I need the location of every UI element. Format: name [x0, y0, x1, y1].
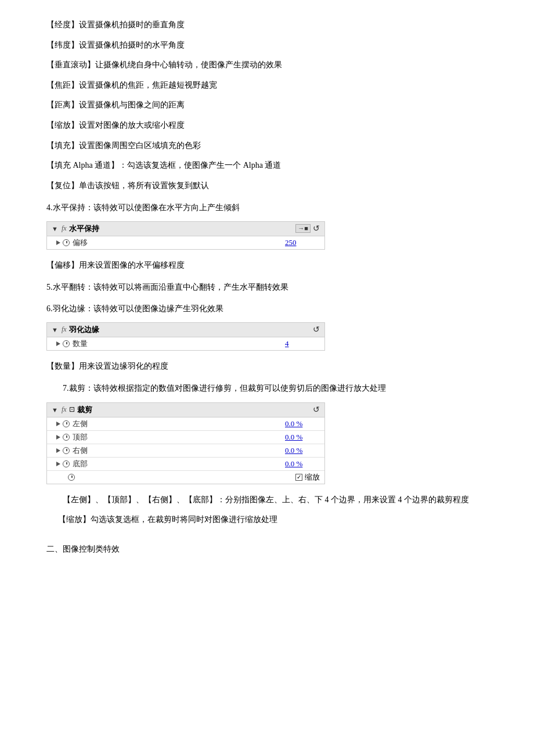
checkbox-scale-container[interactable]: ✓ 缩放 — [295, 472, 320, 483]
panel-title-feather: 羽化边缘 — [69, 325, 311, 335]
bullet-distance: 【距离】设置摄像机与图像之间的距离 — [46, 98, 488, 113]
section7-desc1: 【左侧】、【顶部】、【右侧】、【底部】：分别指图像左、上、右、下 4 个边界，用… — [46, 492, 488, 508]
row-value-left[interactable]: 0.0 % — [285, 419, 320, 429]
row-clock-bottom — [63, 460, 70, 467]
section2-title: 二、图像控制类特效 — [46, 544, 488, 555]
bullet-jingdu: 【经度】设置摄像机拍摄时的垂直角度 — [46, 17, 488, 33]
row-value-bottom[interactable]: 0.0 % — [285, 459, 320, 469]
section7-title: 7.裁剪：该特效根据指定的数值对图像进行修剪，但裁剪可以使剪切后的图像进行放大处… — [46, 381, 488, 397]
row-clock-right — [63, 447, 70, 454]
row-label-bottom: 底部 — [73, 459, 285, 469]
row-arrow-bottom — [56, 462, 60, 466]
panel-header-feather: ▼ fx 羽化边缘 ↺ — [47, 323, 324, 337]
bullet-scroll: 【垂直滚动】让摄像机绕自身中心轴转动，使图像产生摆动的效果 — [46, 57, 488, 73]
panel-row-pianyi: 偏移 250 — [47, 236, 324, 249]
row-label-shuliang: 数量 — [73, 339, 285, 349]
row-clock-scale — [68, 474, 75, 481]
crop-icon: ⊡ — [69, 405, 75, 414]
row-value-pianyi[interactable]: 250 — [285, 238, 320, 247]
reset-icon-crop[interactable]: ↺ — [313, 405, 320, 415]
bullet-fill: 【填充】设置图像周围空白区域填充的色彩 — [46, 138, 488, 154]
panel-feather: ▼ fx 羽化边缘 ↺ 数量 4 — [46, 322, 325, 351]
zoom-text: 【缩放】设置对图像的放大或缩小程度 — [46, 121, 185, 129]
main-content: 【经度】设置摄像机拍摄时的垂直角度 【纬度】设置摄像机拍摄时的水平角度 【垂直滚… — [46, 17, 488, 555]
row-label-right: 右侧 — [73, 445, 285, 456]
reset-icon-feather[interactable]: ↺ — [313, 325, 320, 334]
bullet-fillalpha: 【填充 Alpha 通道】：勾选该复选框，使图像产生一个 Alpha 通道 — [46, 158, 488, 174]
panel-row-right: 右侧 0.0 % — [47, 444, 324, 458]
header-triangle-crop: ▼ — [52, 406, 58, 413]
fx-label-hz: fx — [62, 224, 67, 233]
section7-desc2: 【缩放】勾选该复选框，在裁剪时将同时对图像进行缩放处理 — [58, 512, 488, 527]
row-arrow-left — [56, 422, 60, 426]
fx-label-feather: fx — [62, 325, 67, 334]
bullet-weidu: 【纬度】设置摄像机拍摄时的水平角度 — [46, 38, 488, 53]
row-clock-top — [63, 434, 70, 441]
row-arrow-pianyi — [56, 240, 60, 245]
row-label-pianyi: 偏移 — [73, 237, 285, 248]
row-arrow-top — [56, 435, 60, 440]
panel-row-scale: ✓ 缩放 — [47, 471, 324, 484]
panel-header-hz: ▼ fx 水平保持 →■ ↺ — [47, 222, 324, 236]
reset-text: 【复位】单击该按钮，将所有设置恢复到默认 — [46, 181, 209, 190]
focal-text: 【焦距】设置摄像机的焦距，焦距越短视野越宽 — [46, 81, 217, 89]
panel-row-top: 顶部 0.0 % — [47, 431, 324, 444]
row-label-top: 顶部 — [73, 432, 285, 442]
panel-row-left: 左侧 0.0 % — [47, 417, 324, 431]
header-triangle-hz: ▼ — [52, 225, 58, 232]
bullet-reset: 【复位】单击该按钮，将所有设置恢复到默认 — [46, 178, 488, 194]
section4-title: 4.水平保持：该特效可以使图像在水平方向上产生倾斜 — [46, 200, 488, 215]
section4-desc: 【偏移】用来设置图像的水平偏移程度 — [46, 258, 488, 273]
jingdu-text: 【经度】设置摄像机拍摄时的垂直角度 — [46, 20, 185, 29]
reset-icon-hz[interactable]: ↺ — [313, 224, 320, 233]
section5-title: 5.水平翻转：该特效可以将画面沿垂直中心翻转，产生水平翻转效果 — [46, 280, 488, 294]
fill-text: 【填充】设置图像周围空白区域填充的色彩 — [46, 141, 201, 150]
fx-label-crop: fx — [62, 405, 67, 414]
weidu-text: 【纬度】设置摄像机拍摄时的水平角度 — [46, 41, 185, 49]
row-value-top[interactable]: 0.0 % — [285, 433, 320, 442]
row-arrow-right — [56, 448, 60, 453]
panel-horizontal-hold: ▼ fx 水平保持 →■ ↺ 偏移 250 — [46, 221, 325, 250]
panel-crop: ▼ fx ⊡ 裁剪 ↺ 左侧 0.0 % 顶部 0.0 % 右侧 0.0 % — [46, 402, 325, 484]
section6-desc: 【数量】用来设置边缘羽化的程度 — [46, 359, 488, 375]
panel-title-hz: 水平保持 — [69, 224, 294, 234]
panel-row-shuliang: 数量 4 — [47, 337, 324, 350]
header-triangle-feather: ▼ — [52, 326, 58, 333]
checkbox-scale-box[interactable]: ✓ — [295, 474, 302, 481]
row-clock-pianyi — [63, 239, 70, 246]
panel-row-bottom: 底部 0.0 % — [47, 458, 324, 471]
checkbox-scale-label: 缩放 — [305, 472, 320, 483]
fillalpha-text: 【填充 Alpha 通道】：勾选该复选框，使图像产生一个 Alpha 通道 — [46, 161, 281, 170]
row-value-right[interactable]: 0.0 % — [285, 446, 320, 455]
row-label-left: 左侧 — [73, 419, 285, 429]
bullet-zoom: 【缩放】设置对图像的放大或缩小程度 — [46, 118, 488, 134]
icon-arrow-hz[interactable]: →■ — [295, 224, 311, 233]
row-arrow-shuliang — [56, 341, 60, 346]
panel-header-crop: ▼ fx ⊡ 裁剪 ↺ — [47, 403, 324, 417]
row-clock-shuliang — [63, 340, 70, 347]
distance-text: 【距离】设置摄像机与图像之间的距离 — [46, 100, 185, 109]
scroll-text: 【垂直滚动】让摄像机绕自身中心轴转动，使图像产生摆动的效果 — [46, 60, 282, 69]
row-clock-left — [63, 420, 70, 427]
bullet-focal: 【焦距】设置摄像机的焦距，焦距越短视野越宽 — [46, 78, 488, 93]
panel-title-crop: 裁剪 — [77, 405, 311, 415]
section6-title: 6.羽化边缘：该特效可以使图像边缘产生羽化效果 — [46, 301, 488, 316]
row-value-shuliang[interactable]: 4 — [285, 339, 320, 348]
